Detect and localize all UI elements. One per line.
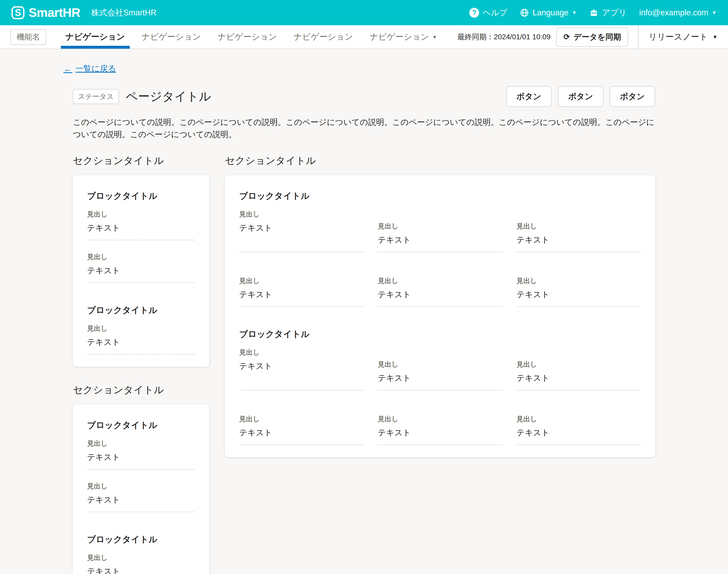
nav-tab-3[interactable]: ナビゲーション bbox=[209, 25, 285, 49]
definition-item: 見出し テキスト bbox=[87, 439, 195, 470]
content-columns: セクションタイトル ブロックタイトル 見出し テキスト 見出し テキスト bbox=[73, 154, 655, 574]
apps-link[interactable]: アプリ bbox=[589, 7, 627, 18]
section-3: セクションタイトル ブロックタイトル 見出し テキスト 見出し テキスト bbox=[73, 383, 209, 574]
page-actions: ボタン ボタン ボタン bbox=[506, 86, 655, 107]
section-title: セクションタイトル bbox=[73, 383, 209, 397]
definition-item: 見出し テキスト bbox=[239, 210, 363, 252]
nav-tabs: ナビゲーション ナビゲーション ナビゲーション ナビゲーション ナビゲーション … bbox=[57, 25, 445, 49]
definition-item: 見出し テキスト bbox=[87, 210, 195, 240]
definition-term: 見出し bbox=[239, 276, 363, 285]
language-menu[interactable]: Language ▼ bbox=[520, 8, 577, 17]
nav-tab-1[interactable]: ナビゲーション bbox=[57, 25, 133, 49]
definition-term: 見出し bbox=[87, 439, 195, 448]
caret-down-icon: ▼ bbox=[713, 34, 718, 40]
right-column: セクションタイトル ブロックタイトル 見出し テキスト 見出し テキスト bbox=[225, 154, 655, 457]
help-link[interactable]: ? ヘルプ bbox=[469, 7, 507, 18]
definition-text: テキスト bbox=[517, 289, 641, 300]
definition-item: 見出し テキスト bbox=[239, 276, 363, 307]
card: ブロックタイトル 見出し テキスト 見出し テキスト ブロックタイトル bbox=[73, 404, 209, 574]
definition-grid: 見出し テキスト 見出し テキスト 見出し テキスト bbox=[239, 348, 641, 445]
action-button-1[interactable]: ボタン bbox=[506, 86, 551, 107]
definition-item: 見出し テキスト bbox=[378, 222, 502, 252]
nav-tab-label: ナビゲーション bbox=[65, 31, 125, 43]
action-button-2[interactable]: ボタン bbox=[558, 86, 603, 107]
back-link[interactable]: ← 一覧に戻る bbox=[63, 63, 116, 74]
toolbox-icon bbox=[589, 8, 598, 17]
release-notes-menu[interactable]: リリースノート ▼ bbox=[648, 31, 718, 43]
block-title: ブロックタイトル bbox=[87, 534, 195, 545]
definition-grid: 見出し テキスト 見出し テキスト 見出し テキスト bbox=[239, 210, 641, 307]
definition-term: 見出し bbox=[517, 360, 641, 369]
nav-tab-label: ナビゲーション bbox=[294, 31, 353, 43]
block-title: ブロックタイトル bbox=[239, 328, 641, 340]
sync-button-label: データを同期 bbox=[574, 32, 621, 42]
logo-wordmark: SmartHR bbox=[29, 5, 80, 20]
definition-term: 見出し bbox=[87, 252, 195, 261]
definition-text: テキスト bbox=[87, 452, 195, 463]
definition-text: テキスト bbox=[378, 235, 502, 245]
caret-down-icon: ▼ bbox=[572, 10, 577, 15]
card: ブロックタイトル 見出し テキスト 見出し テキスト ブロックタイトル bbox=[73, 175, 209, 367]
nav-tab-label: ナビゲーション bbox=[370, 31, 429, 43]
app-navigation-bar: 機能名 ナビゲーション ナビゲーション ナビゲーション ナビゲーション ナビゲー… bbox=[0, 25, 728, 49]
definition-item: 見出し テキスト bbox=[517, 222, 641, 252]
definition-term: 見出し bbox=[517, 414, 641, 423]
nav-tab-4[interactable]: ナビゲーション bbox=[285, 25, 362, 49]
definition-term: 見出し bbox=[378, 222, 502, 231]
sync-data-button[interactable]: ⟳ データを同期 bbox=[556, 27, 628, 47]
definition-term: 見出し bbox=[378, 414, 502, 423]
definition-item: 見出し テキスト bbox=[517, 276, 641, 307]
refresh-icon: ⟳ bbox=[563, 33, 570, 41]
nav-right-area: 最終同期：2024/01/01 10:09 ⟳ データを同期 リリースノート ▼ bbox=[457, 25, 718, 49]
nav-tab-2[interactable]: ナビゲーション bbox=[133, 25, 210, 49]
status-badge: ステータス bbox=[73, 89, 119, 104]
block-title: ブロックタイトル bbox=[239, 190, 641, 202]
definition-term: 見出し bbox=[517, 222, 641, 231]
definition-text: テキスト bbox=[87, 337, 195, 347]
definition-text: テキスト bbox=[239, 289, 363, 300]
back-arrow-icon: ← bbox=[63, 64, 72, 74]
definition-text: テキスト bbox=[517, 373, 641, 383]
release-notes-label: リリースノート bbox=[648, 31, 708, 43]
nav-tab-5[interactable]: ナビゲーション ▼ bbox=[361, 25, 445, 49]
page-title: ページタイトル bbox=[126, 88, 211, 105]
block: ブロックタイトル 見出し テキスト bbox=[87, 534, 195, 574]
help-icon: ? bbox=[469, 8, 479, 18]
globe-icon bbox=[520, 8, 529, 17]
smarthr-logo[interactable]: S SmartHR bbox=[11, 5, 80, 20]
definition-item: 見出し テキスト bbox=[378, 360, 502, 391]
page-content: ← 一覧に戻る ステータス ページタイトル ボタン ボタン ボタン このページに… bbox=[0, 49, 728, 574]
definition-text: テキスト bbox=[517, 235, 641, 245]
definition-item: 見出し テキスト bbox=[239, 414, 363, 445]
help-label: ヘルプ bbox=[483, 7, 507, 18]
section-title: セクションタイトル bbox=[225, 154, 655, 167]
apps-label: アプリ bbox=[602, 7, 627, 18]
account-menu[interactable]: info@example.com ▼ bbox=[639, 8, 717, 17]
block: ブロックタイトル 見出し テキスト bbox=[87, 304, 195, 355]
block: ブロックタイトル 見出し テキスト 見出し テキスト 見出し bbox=[239, 328, 641, 445]
definition-term: 見出し bbox=[239, 414, 363, 423]
definition-text: テキスト bbox=[239, 361, 363, 372]
block: ブロックタイトル 見出し テキスト 見出し テキスト bbox=[87, 419, 195, 512]
block: ブロックタイトル 見出し テキスト 見出し テキスト bbox=[87, 190, 195, 283]
definition-term: 見出し bbox=[87, 210, 195, 219]
definition-item: 見出し テキスト bbox=[87, 553, 195, 574]
definition-text: テキスト bbox=[239, 222, 363, 234]
section-title: セクションタイトル bbox=[73, 154, 209, 167]
back-link-label: 一覧に戻る bbox=[76, 63, 116, 74]
definition-term: 見出し bbox=[378, 360, 502, 369]
definition-item: 見出し テキスト bbox=[87, 482, 195, 512]
section-2: セクションタイトル ブロックタイトル 見出し テキスト 見出し テキスト bbox=[225, 154, 655, 457]
action-button-3[interactable]: ボタン bbox=[610, 86, 655, 107]
definition-text: テキスト bbox=[87, 265, 195, 276]
definition-text: テキスト bbox=[87, 494, 195, 505]
nav-divider bbox=[638, 25, 639, 49]
account-email: info@example.com bbox=[639, 8, 708, 17]
definition-text: テキスト bbox=[87, 566, 195, 574]
definition-item: 見出し テキスト bbox=[87, 252, 195, 283]
block: ブロックタイトル 見出し テキスト 見出し テキスト 見出し bbox=[239, 190, 641, 307]
header-menu: ? ヘルプ Language ▼ アプリ info@exampl bbox=[469, 7, 717, 18]
nav-tab-label: ナビゲーション bbox=[142, 31, 201, 43]
definition-text: テキスト bbox=[87, 222, 195, 234]
definition-term: 見出し bbox=[239, 348, 363, 357]
